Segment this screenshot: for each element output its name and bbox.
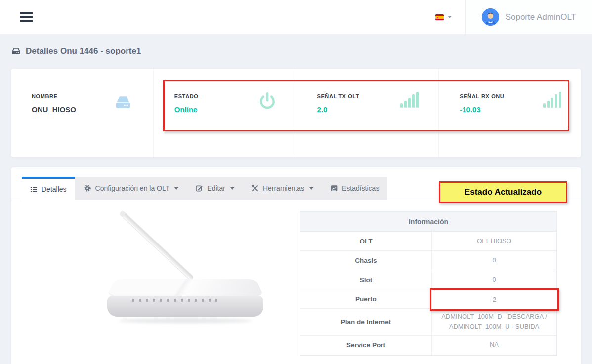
tab-estadisticas[interactable]: Estadísticas [322, 177, 387, 200]
chevron-down-icon [309, 187, 313, 190]
list-icon [30, 186, 38, 193]
tab-label: Configuración en la OLT [95, 184, 170, 192]
signal-bars-icon [400, 91, 420, 110]
hamburger-bar [20, 16, 33, 18]
info-table-header: Información [300, 212, 556, 232]
tab-editar[interactable]: Editar [187, 177, 243, 200]
row-label: Slot [300, 270, 432, 289]
hamburger-menu-icon[interactable] [20, 10, 33, 24]
row-value: OLT HIOSO [432, 232, 556, 250]
stat-label: SEÑAL TX OLT [317, 93, 439, 99]
puerto-value-highlight: 2 [493, 296, 497, 303]
stat-value-online: Online [174, 105, 296, 114]
tab-label: Herramientas [263, 184, 304, 192]
row-value: NA [432, 336, 556, 355]
stat-label: ESTADO [174, 93, 296, 99]
user-name: Soporte AdminOLT [506, 12, 576, 22]
info-table: Información OLT OLT HIOSO Chasis 0 Slot … [300, 211, 557, 356]
annotation-estado-actualizado: Estado Actualizado [439, 181, 567, 203]
gear-icon [84, 184, 91, 192]
annotation-text: Estado Actualizado [465, 187, 542, 197]
tab-bar: Detalles Configuración en la OLT Editar [22, 177, 387, 200]
edit-icon [195, 184, 203, 192]
hamburger-bar [20, 20, 33, 22]
tab-configuracion-olt[interactable]: Configuración en la OLT [75, 177, 187, 200]
row-value: 0 [432, 251, 556, 270]
stat-nombre: NOMBRE ONU_HIOSO [11, 69, 153, 157]
annotation-red-rect-puerto: 2 [430, 288, 559, 311]
tools-icon [251, 184, 259, 192]
stat-label: NOMBRE [32, 93, 153, 99]
stat-senal-tx-olt: SEÑAL TX OLT 2.0 [296, 69, 439, 157]
stat-value: ONU_HIOSO [32, 105, 153, 114]
details-card: Detalles Configuración en la OLT Editar [11, 167, 581, 364]
server-icon [11, 46, 21, 56]
stat-value-tx: 2.0 [317, 105, 439, 114]
row-value: ADMINOLT_100M_D - DESCARGA / ADMINOLT_10… [432, 309, 556, 335]
language-selector[interactable] [422, 14, 465, 20]
power-icon [257, 91, 277, 113]
row-label: Service Port [300, 336, 432, 355]
stat-estado: ESTADO Online [153, 69, 296, 157]
page-title: Detalles Onu 1446 - soporte1 [11, 46, 141, 56]
tab-detalles[interactable]: Detalles [22, 177, 75, 200]
stat-senal-rx-onu: SEÑAL RX ONU -10.03 [438, 69, 581, 157]
stats-card: NOMBRE ONU_HIOSO ESTADO Online [11, 69, 581, 157]
spain-flag-icon [435, 14, 444, 20]
row-label: Plan de Internet [300, 309, 432, 335]
row-value: 0 [432, 270, 556, 289]
table-row-chasis: Chasis 0 [300, 251, 556, 270]
user-menu[interactable]: Soporte AdminOLT [466, 0, 592, 34]
chart-icon [330, 184, 338, 192]
table-row-service-port: Service Port NA [300, 336, 556, 355]
user-avatar [482, 8, 499, 26]
topbar: Soporte AdminOLT [0, 0, 592, 35]
topbar-right: Soporte AdminOLT [422, 0, 592, 34]
row-label: OLT [300, 232, 432, 250]
tab-label: Estadísticas [342, 184, 379, 192]
onu-router-image [89, 207, 277, 331]
adminolt-screen: Soporte AdminOLT Detalles Onu 1446 - sop… [0, 0, 592, 364]
page-title-text: Detalles Onu 1446 - soporte1 [26, 46, 141, 56]
chevron-down-icon [174, 187, 178, 190]
chevron-down-icon [230, 187, 234, 190]
router-shadow [119, 318, 252, 323]
stat-label: SEÑAL RX ONU [460, 93, 581, 99]
row-label: Chasis [300, 251, 432, 270]
table-row-plan: Plan de Internet ADMINOLT_100M_D - DESCA… [300, 309, 556, 336]
row-label: Puerto [300, 289, 432, 308]
hamburger-bar [20, 12, 33, 14]
signal-bars-icon [543, 91, 562, 110]
tab-herramientas[interactable]: Herramientas [243, 177, 322, 200]
tab-label: Editar [207, 184, 225, 192]
table-row-slot: Slot 0 [300, 270, 556, 289]
router-led-strip [132, 299, 217, 302]
chevron-down-icon [448, 16, 452, 18]
stat-value-rx: -10.03 [460, 105, 581, 114]
tab-label: Detalles [42, 185, 67, 193]
table-row-olt: OLT OLT HIOSO [300, 232, 556, 251]
router-icon [112, 91, 134, 113]
router-antenna [120, 211, 194, 281]
router-top-face [107, 279, 263, 296]
